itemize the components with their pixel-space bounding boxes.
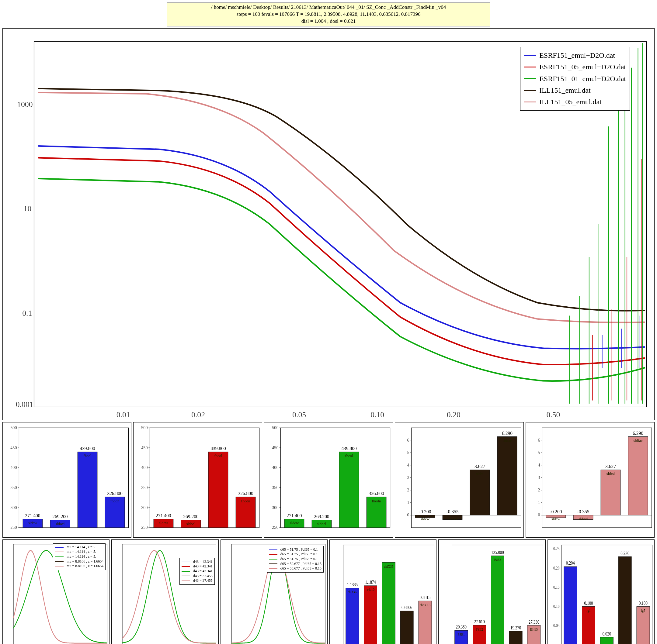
svg-text:271.400: 271.400 — [286, 513, 302, 518]
svg-rect-243 — [618, 556, 632, 644]
svg-text:fhodn: fhodn — [241, 499, 250, 503]
svg-text:3: 3 — [407, 475, 409, 480]
svg-text:450: 450 — [141, 445, 148, 450]
svg-text:6.290: 6.290 — [633, 430, 643, 436]
svg-text:439.800: 439.800 — [211, 445, 226, 451]
svg-text:fhcol: fhcol — [215, 454, 222, 458]
svg-text:350: 350 — [141, 485, 148, 490]
dist-chart-1: 051015202530 mu = 14.114 , z = 5.mu = 14… — [2, 539, 110, 644]
svg-rect-97 — [339, 452, 359, 527]
svg-text:sldocl: sldocl — [578, 517, 588, 521]
svg-text:-0.355: -0.355 — [446, 509, 459, 514]
svg-text:1: 1 — [538, 500, 540, 505]
dist3-legend: d65 = 51.75 , PdI65 = 0.1d65 = 51.75 , P… — [267, 546, 324, 573]
svg-text:sldcw: sldcw — [159, 521, 168, 525]
svg-text:chiX45: chiX45 — [348, 590, 357, 594]
svg-text:sldcw: sldcw — [551, 517, 561, 521]
svg-rect-47 — [78, 452, 97, 527]
svg-text:269.200: 269.200 — [183, 514, 198, 519]
svg-text:250: 250 — [10, 525, 17, 530]
svg-text:3.627: 3.627 — [475, 464, 485, 469]
svg-text:27.610: 27.610 — [474, 619, 485, 624]
svg-text:5: 5 — [407, 450, 409, 455]
svg-text:326.800: 326.800 — [369, 491, 384, 496]
svg-text:0.01: 0.01 — [116, 410, 130, 419]
svg-text:0.6806: 0.6806 — [401, 605, 412, 610]
svg-text:0.230: 0.230 — [620, 550, 629, 556]
svg-text:sldcw: sldcw — [28, 521, 38, 525]
svg-text:4: 4 — [538, 463, 540, 467]
svg-text:-0.200: -0.200 — [550, 509, 562, 514]
svg-text:300: 300 — [141, 505, 148, 510]
svg-text:271.400: 271.400 — [156, 513, 171, 518]
svg-text:0.05: 0.05 — [553, 623, 560, 628]
svg-text:300: 300 — [10, 505, 17, 510]
svg-text:450: 450 — [272, 445, 278, 450]
svg-text:350: 350 — [272, 485, 278, 490]
svg-text:250: 250 — [141, 525, 148, 530]
svg-text:271.400: 271.400 — [25, 513, 40, 518]
dist2-legend: d43 = 42.341d43 = 42.341d43 = 42.341d43 … — [179, 558, 215, 585]
svg-text:450: 450 — [10, 445, 17, 450]
svg-text:19.270: 19.270 — [510, 625, 521, 630]
svg-rect-204 — [364, 585, 377, 644]
bar-chart-2: 250300350400450500271.400sldcw269.200sld… — [133, 422, 262, 538]
svg-text:5: 5 — [538, 450, 540, 455]
svg-text:0.05: 0.05 — [292, 410, 306, 419]
svg-text:0.8815: 0.8815 — [420, 595, 431, 600]
leg-ill151-05: ILL151_05_emul.dat — [539, 96, 601, 108]
svg-text:sldcw: sldcw — [290, 521, 299, 525]
svg-text:sldocl: sldocl — [448, 517, 457, 521]
svg-text:0: 0 — [407, 512, 409, 517]
svg-text:500: 500 — [141, 425, 148, 430]
header-l1: / home/ mschmiele/ Desktop/ Results/ 210… — [170, 4, 487, 11]
svg-text:fhodn: fhodn — [110, 499, 119, 503]
svg-text:chiX35: chiX35 — [384, 564, 393, 568]
svg-text:250: 250 — [272, 525, 278, 530]
svg-text:0.02: 0.02 — [191, 410, 205, 419]
svg-text:sldrs: sldrs — [476, 472, 484, 476]
header-l2: steps = 100 fevals = 107066 T = 19.8811,… — [170, 11, 487, 18]
svg-text:400: 400 — [10, 465, 17, 470]
svg-text:fhcol: fhcol — [84, 454, 91, 458]
leg-esrf151-05: ESRF151_05_emul−D2O.dat — [539, 61, 626, 73]
svg-rect-72 — [209, 452, 228, 527]
svg-text:sldocl: sldocl — [186, 522, 196, 526]
svg-text:0.204: 0.204 — [566, 560, 575, 566]
svg-text:4: 4 — [407, 463, 409, 467]
svg-text:fhcol: fhcol — [345, 454, 353, 458]
svg-rect-207 — [382, 562, 395, 644]
svg-text:sldocl: sldocl — [317, 522, 326, 526]
dist-chart-2: 020406080100 d43 = 42.341d43 = 42.341d43… — [111, 539, 218, 644]
header-l3: disl = 1.004 , dosl = 0.621 — [170, 18, 487, 25]
svg-text:ig5: ig5 — [641, 608, 645, 613]
svg-text:1000: 1000 — [17, 100, 32, 109]
svg-rect-201 — [346, 588, 359, 644]
bar-chart-4: 0123456-0.200sldcw-0.355sldocl3.627sldrs… — [395, 422, 524, 538]
svg-text:439.800: 439.800 — [80, 445, 95, 451]
svg-text:0.10: 0.10 — [553, 604, 560, 609]
svg-text:300: 300 — [272, 505, 278, 510]
svg-text:0.20: 0.20 — [447, 410, 460, 419]
dist-chart-3: 020406080100 d65 = 51.75 , PdI65 = 0.1d6… — [220, 539, 328, 644]
svg-text:1.1385: 1.1385 — [347, 582, 358, 588]
leg-esrf151: ESRF151_emul−D2O.dat — [539, 49, 615, 61]
svg-text:sldcw: sldcw — [421, 517, 430, 521]
svg-rect-125 — [470, 470, 490, 515]
svg-text:326.800: 326.800 — [238, 491, 253, 496]
svg-text:sldfac: sldfac — [633, 439, 642, 443]
svg-text:125.000: 125.000 — [491, 550, 504, 555]
svg-text:326.800: 326.800 — [107, 491, 122, 496]
svg-text:0.20: 0.20 — [553, 565, 560, 571]
svg-text:0.020: 0.020 — [602, 631, 611, 637]
svg-text:0.100: 0.100 — [639, 600, 648, 606]
svg-text:350: 350 — [10, 485, 17, 490]
svg-text:BH35: BH35 — [530, 627, 538, 631]
leg-ill151: ILL151_emul.dat — [539, 85, 591, 96]
row2: 051015202530 mu = 14.114 , z = 5.mu = 14… — [2, 539, 655, 644]
svg-rect-241 — [600, 637, 613, 644]
svg-rect-212 — [418, 601, 432, 644]
svg-text:FSE2: FSE2 — [476, 627, 483, 631]
svg-text:sldrsl: sldrsl — [607, 472, 615, 476]
svg-text:400: 400 — [141, 465, 148, 470]
